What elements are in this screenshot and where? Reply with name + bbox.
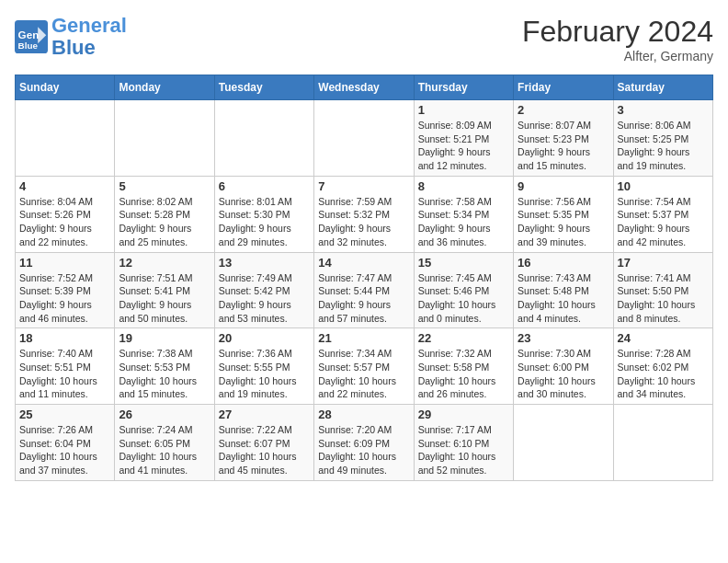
col-thursday: Thursday xyxy=(414,75,513,100)
day-cell xyxy=(16,100,115,177)
day-info: Sunrise: 7:26 AMSunset: 6:04 PMDaylight:… xyxy=(19,423,110,477)
day-number: 25 xyxy=(19,408,110,421)
day-cell xyxy=(115,100,214,177)
day-number: 28 xyxy=(318,408,409,421)
title-block: February 2024 Alfter, Germany xyxy=(522,15,713,63)
day-cell: 18Sunrise: 7:40 AMSunset: 5:51 PMDayligh… xyxy=(16,328,115,405)
week-row-4: 18Sunrise: 7:40 AMSunset: 5:51 PMDayligh… xyxy=(16,328,713,405)
day-cell: 22Sunrise: 7:32 AMSunset: 5:58 PMDayligh… xyxy=(414,328,513,405)
day-cell: 8Sunrise: 7:58 AMSunset: 5:34 PMDaylight… xyxy=(414,176,513,252)
logo-icon: Gen Blue xyxy=(15,20,48,53)
day-number: 24 xyxy=(618,331,709,345)
day-info: Sunrise: 7:34 AMSunset: 5:57 PMDaylight:… xyxy=(318,347,409,401)
day-cell: 15Sunrise: 7:45 AMSunset: 5:46 PMDayligh… xyxy=(414,252,513,328)
day-cell: 14Sunrise: 7:47 AMSunset: 5:44 PMDayligh… xyxy=(314,252,414,328)
day-number: 5 xyxy=(119,179,210,193)
day-number: 17 xyxy=(618,256,709,270)
day-info: Sunrise: 8:06 AMSunset: 5:25 PMDaylight:… xyxy=(618,119,709,173)
day-info: Sunrise: 7:32 AMSunset: 5:58 PMDaylight:… xyxy=(418,347,509,401)
col-tuesday: Tuesday xyxy=(214,75,313,100)
day-number: 12 xyxy=(119,256,210,270)
day-number: 23 xyxy=(518,331,609,345)
day-cell xyxy=(214,100,313,177)
day-number: 11 xyxy=(19,256,110,270)
day-info: Sunrise: 8:02 AMSunset: 5:28 PMDaylight:… xyxy=(119,195,210,249)
col-wednesday: Wednesday xyxy=(314,75,414,100)
day-info: Sunrise: 8:09 AMSunset: 5:21 PMDaylight:… xyxy=(418,119,509,173)
day-cell: 11Sunrise: 7:52 AMSunset: 5:39 PMDayligh… xyxy=(16,252,115,328)
col-friday: Friday xyxy=(514,75,613,100)
day-number: 20 xyxy=(219,331,310,345)
day-cell: 19Sunrise: 7:38 AMSunset: 5:53 PMDayligh… xyxy=(115,328,214,405)
day-info: Sunrise: 7:20 AMSunset: 6:09 PMDaylight:… xyxy=(318,423,409,477)
day-cell: 7Sunrise: 7:59 AMSunset: 5:32 PMDaylight… xyxy=(314,176,414,252)
day-cell: 3Sunrise: 8:06 AMSunset: 5:25 PMDaylight… xyxy=(613,100,712,177)
day-number: 3 xyxy=(618,103,709,117)
day-info: Sunrise: 7:36 AMSunset: 5:55 PMDaylight:… xyxy=(219,347,310,401)
day-cell: 28Sunrise: 7:20 AMSunset: 6:09 PMDayligh… xyxy=(314,405,414,481)
day-number: 15 xyxy=(418,256,509,270)
day-cell: 23Sunrise: 7:30 AMSunset: 6:00 PMDayligh… xyxy=(514,328,613,405)
day-number: 10 xyxy=(618,179,709,193)
day-cell: 26Sunrise: 7:24 AMSunset: 6:05 PMDayligh… xyxy=(115,405,214,481)
day-number: 13 xyxy=(219,256,310,270)
day-number: 26 xyxy=(119,408,210,421)
day-info: Sunrise: 8:01 AMSunset: 5:30 PMDaylight:… xyxy=(219,195,310,249)
day-number: 21 xyxy=(318,331,409,345)
day-number: 14 xyxy=(318,256,409,270)
day-number: 18 xyxy=(19,331,110,345)
day-info: Sunrise: 8:04 AMSunset: 5:26 PMDaylight:… xyxy=(19,195,110,249)
svg-text:Gen: Gen xyxy=(18,29,40,40)
day-number: 1 xyxy=(418,103,509,117)
day-info: Sunrise: 7:47 AMSunset: 5:44 PMDaylight:… xyxy=(318,271,409,326)
month-title: February 2024 xyxy=(522,15,713,49)
day-number: 4 xyxy=(19,179,110,193)
day-cell: 25Sunrise: 7:26 AMSunset: 6:04 PMDayligh… xyxy=(16,405,115,481)
day-cell: 24Sunrise: 7:28 AMSunset: 6:02 PMDayligh… xyxy=(613,328,712,405)
col-monday: Monday xyxy=(115,75,214,100)
day-info: Sunrise: 7:51 AMSunset: 5:41 PMDaylight:… xyxy=(119,271,210,326)
calendar-container: Gen Blue General Blue February 2024 Alft… xyxy=(0,0,728,488)
day-info: Sunrise: 7:17 AMSunset: 6:10 PMDaylight:… xyxy=(418,423,509,477)
day-cell: 4Sunrise: 8:04 AMSunset: 5:26 PMDaylight… xyxy=(16,176,115,252)
day-number: 9 xyxy=(518,179,609,193)
day-cell: 2Sunrise: 8:07 AMSunset: 5:23 PMDaylight… xyxy=(514,100,613,177)
calendar-table: Sunday Monday Tuesday Wednesday Thursday… xyxy=(15,75,713,481)
day-cell: 29Sunrise: 7:17 AMSunset: 6:10 PMDayligh… xyxy=(414,405,513,481)
day-info: Sunrise: 7:56 AMSunset: 5:35 PMDaylight:… xyxy=(518,195,609,249)
logo: Gen Blue General Blue xyxy=(15,15,127,59)
day-number: 27 xyxy=(219,408,310,421)
svg-text:Blue: Blue xyxy=(18,40,39,51)
day-number: 19 xyxy=(119,331,210,345)
logo-subtext: Blue xyxy=(51,37,127,59)
week-row-3: 11Sunrise: 7:52 AMSunset: 5:39 PMDayligh… xyxy=(16,252,713,328)
day-info: Sunrise: 7:45 AMSunset: 5:46 PMDaylight:… xyxy=(418,271,509,326)
day-number: 22 xyxy=(418,331,509,345)
day-info: Sunrise: 7:30 AMSunset: 6:00 PMDaylight:… xyxy=(518,347,609,401)
day-info: Sunrise: 7:49 AMSunset: 5:42 PMDaylight:… xyxy=(219,271,310,326)
day-info: Sunrise: 7:59 AMSunset: 5:32 PMDaylight:… xyxy=(318,195,409,249)
day-number: 8 xyxy=(418,179,509,193)
day-info: Sunrise: 7:24 AMSunset: 6:05 PMDaylight:… xyxy=(119,423,210,477)
day-info: Sunrise: 7:41 AMSunset: 5:50 PMDaylight:… xyxy=(618,271,709,326)
day-info: Sunrise: 7:28 AMSunset: 6:02 PMDaylight:… xyxy=(618,347,709,401)
day-cell: 10Sunrise: 7:54 AMSunset: 5:37 PMDayligh… xyxy=(613,176,712,252)
day-cell: 5Sunrise: 8:02 AMSunset: 5:28 PMDaylight… xyxy=(115,176,214,252)
col-saturday: Saturday xyxy=(613,75,712,100)
day-cell xyxy=(314,100,414,177)
week-row-5: 25Sunrise: 7:26 AMSunset: 6:04 PMDayligh… xyxy=(16,405,713,481)
day-number: 7 xyxy=(318,179,409,193)
day-cell: 20Sunrise: 7:36 AMSunset: 5:55 PMDayligh… xyxy=(214,328,313,405)
day-info: Sunrise: 7:40 AMSunset: 5:51 PMDaylight:… xyxy=(19,347,110,401)
day-cell xyxy=(613,405,712,481)
day-cell: 13Sunrise: 7:49 AMSunset: 5:42 PMDayligh… xyxy=(214,252,313,328)
day-cell: 9Sunrise: 7:56 AMSunset: 5:35 PMDaylight… xyxy=(514,176,613,252)
week-row-1: 1Sunrise: 8:09 AMSunset: 5:21 PMDaylight… xyxy=(16,100,713,177)
day-info: Sunrise: 7:54 AMSunset: 5:37 PMDaylight:… xyxy=(618,195,709,249)
day-number: 16 xyxy=(518,256,609,270)
day-cell: 12Sunrise: 7:51 AMSunset: 5:41 PMDayligh… xyxy=(115,252,214,328)
day-cell: 17Sunrise: 7:41 AMSunset: 5:50 PMDayligh… xyxy=(613,252,712,328)
day-number: 6 xyxy=(219,179,310,193)
logo-text: General xyxy=(51,15,127,37)
location: Alfter, Germany xyxy=(522,49,713,63)
